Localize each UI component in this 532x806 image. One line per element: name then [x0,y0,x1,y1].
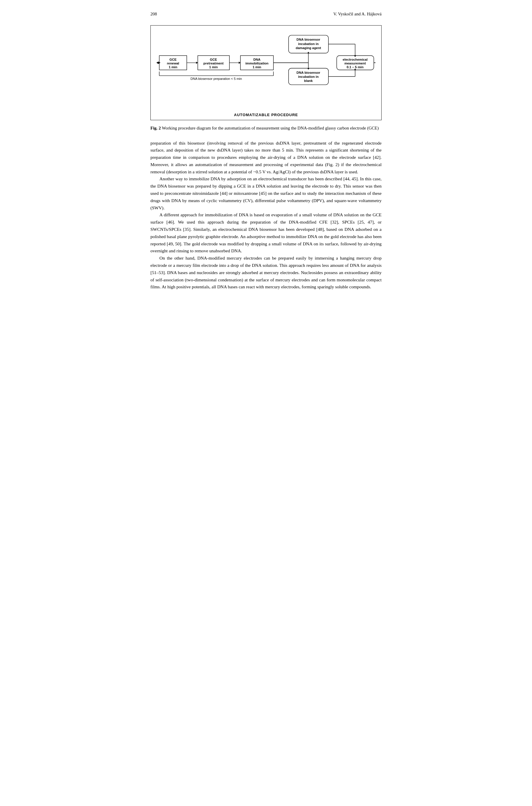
paragraph-2: Another way to immobilize DNA by adsorpt… [150,175,382,211]
svg-text:incubation in: incubation in [298,42,319,45]
svg-rect-0 [159,55,187,70]
svg-text:measurement: measurement [344,61,366,65]
svg-text:GCE: GCE [210,58,217,61]
svg-text:1 min: 1 min [253,65,261,69]
svg-rect-8 [241,55,273,70]
svg-text:GCE: GCE [170,58,177,61]
svg-marker-43 [156,61,158,64]
paragraph-1: preparation of this biosensor (involving… [150,140,382,176]
svg-text:electrochemical: electrochemical [343,58,368,61]
diagram-inner: GCE renewal 1 min GCE pretreatment 1 min… [156,31,376,95]
svg-text:pretreatment: pretreatment [203,61,224,65]
svg-marker-34 [307,68,309,70]
svg-marker-31 [307,52,309,53]
figure-caption-text: Working procedure diagram for the automa… [162,126,379,130]
svg-text:1 min: 1 min [169,65,177,69]
svg-text:DNA biosensor preparation < 5 : DNA biosensor preparation < 5 min [190,77,242,80]
page-number: 208 [150,12,157,17]
svg-text:renewal: renewal [167,61,179,65]
svg-marker-26 [196,61,198,64]
diagram-svg: GCE renewal 1 min GCE pretreatment 1 min… [156,31,376,95]
body-text: preparation of this biosensor (involving… [150,140,382,291]
svg-marker-37 [354,55,356,57]
svg-text:1 min: 1 min [209,65,218,69]
page-header: 208 V. Vyskočil and A. Hájková [150,12,382,17]
svg-rect-4 [198,55,229,70]
diagram-bottom-label: AUTOMATIZABLE PROCEDURE [156,113,376,117]
paragraph-3: A different approach for immobilization … [150,211,382,255]
svg-rect-12 [289,35,328,53]
figure-caption: Fig. 2 Working procedure diagram for the… [150,125,382,132]
diagram-container: GCE renewal 1 min GCE pretreatment 1 min… [150,25,382,120]
svg-text:incubation in: incubation in [298,75,319,78]
svg-text:DNA: DNA [253,58,261,61]
svg-text:0.1 – 5 min: 0.1 – 5 min [347,65,364,69]
svg-text:DNA biosensor: DNA biosensor [297,71,320,74]
svg-text:damaging agent: damaging agent [296,46,321,50]
paragraph-4: On the other hand, DNA-modified mercury … [150,255,382,291]
figure-label: Fig. 2 [150,126,161,130]
svg-text:immobilization: immobilization [245,61,269,65]
svg-text:blank: blank [304,79,313,82]
svg-text:DNA biosensor: DNA biosensor [297,38,320,41]
authors: V. Vyskočil and A. Hájková [334,12,382,17]
svg-rect-16 [289,68,328,85]
svg-marker-40 [354,69,356,70]
svg-marker-28 [239,61,241,64]
svg-rect-20 [337,55,374,70]
